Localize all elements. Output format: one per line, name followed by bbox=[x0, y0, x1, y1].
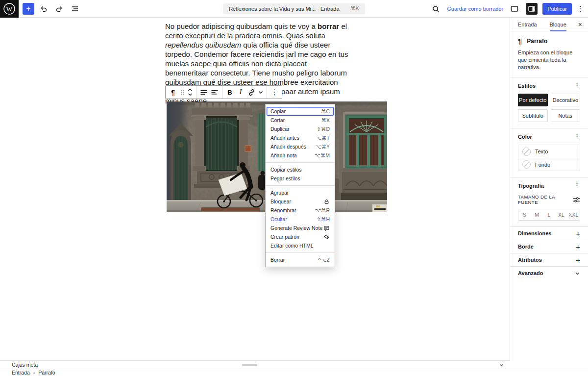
save-draft-button[interactable]: Guardar como borrador bbox=[447, 6, 503, 12]
kebab-icon: ⋮ bbox=[574, 133, 580, 140]
wordpress-logo-icon: W bbox=[3, 2, 16, 15]
menu-item-renombrar[interactable]: Renombrar ⌥⌘R bbox=[266, 206, 335, 215]
panel-avanzado[interactable]: Avanzado bbox=[510, 266, 588, 279]
menu-group-block-actions: Agrupar Bloquear Renombrar ⌥⌘R Ocultar bbox=[266, 185, 335, 252]
menu-item-label: Duplicar bbox=[270, 126, 290, 132]
menu-item-crear-patron[interactable]: Crear patrón bbox=[266, 232, 335, 241]
menu-item-cortar[interactable]: Cortar ⌘X bbox=[266, 116, 335, 125]
plus-icon: + bbox=[26, 5, 30, 13]
styles-panel-title: Estilos bbox=[518, 83, 536, 89]
drag-handle[interactable] bbox=[178, 86, 186, 99]
text-color-row[interactable]: Texto bbox=[518, 145, 580, 158]
chevron-down-icon[interactable] bbox=[499, 362, 504, 368]
menu-item-label: Copiar estilos bbox=[270, 167, 302, 173]
typography-options-button[interactable]: ⋮ bbox=[574, 182, 580, 189]
text-align-button[interactable] bbox=[209, 86, 220, 99]
block-inserter-button[interactable]: + bbox=[23, 3, 34, 15]
style-decorativo-button[interactable]: Decorativo bbox=[551, 94, 581, 106]
style-notas-button[interactable]: Notas bbox=[551, 109, 581, 122]
styles-options-button[interactable]: ⋮ bbox=[574, 82, 580, 89]
panel-atributos[interactable]: Atributos + bbox=[510, 253, 588, 266]
redo-button[interactable] bbox=[53, 2, 66, 15]
panel-borde[interactable]: Borde + bbox=[510, 240, 588, 253]
italic-icon: I bbox=[240, 88, 242, 96]
menu-item-label: Renombrar bbox=[270, 207, 296, 213]
style-por-defecto-button[interactable]: Por defecto bbox=[518, 94, 548, 106]
drag-dots-icon bbox=[180, 89, 185, 96]
note-icon bbox=[323, 225, 330, 231]
menu-item-shortcut: ⇧⌘D bbox=[317, 126, 330, 132]
breadcrumb-parrafo[interactable]: Párrafo bbox=[38, 370, 55, 376]
menu-item-agrupar[interactable]: Agrupar bbox=[266, 188, 335, 197]
font-size-label: TAMAÑO DE LA FUENTE bbox=[518, 194, 573, 205]
typography-panel: Tipografía ⋮ TAMAÑO DE LA FUENTE S M L X… bbox=[510, 177, 588, 226]
sidebar-tabs: Entrada Bloque × bbox=[510, 18, 588, 31]
styles-panel: Estilos ⋮ Por defecto Decorativo Subtítu… bbox=[510, 77, 588, 128]
menu-item-bloquear[interactable]: Bloquear bbox=[266, 197, 335, 206]
panel-dimensiones[interactable]: Dimensiones + bbox=[510, 226, 588, 240]
kebab-icon: ⋮ bbox=[574, 82, 580, 89]
undo-button[interactable] bbox=[37, 2, 50, 15]
bold-button[interactable]: B bbox=[224, 86, 235, 99]
font-size-xxl[interactable]: XXL bbox=[567, 209, 580, 220]
menu-item-anadir-nota[interactable]: Añadir nota ⌥⌘M bbox=[266, 151, 335, 160]
style-subtitulo-button[interactable]: Subtítulo bbox=[518, 109, 548, 122]
block-toolbar: ¶ bbox=[165, 85, 282, 99]
align-button[interactable] bbox=[198, 86, 209, 99]
move-up-down-icon bbox=[187, 88, 194, 97]
color-panel-title: Color bbox=[518, 134, 532, 140]
menu-item-anadir-antes[interactable]: Añadir antes ⌥⌘T bbox=[266, 133, 335, 142]
settings-sidebar-toggle[interactable] bbox=[526, 3, 538, 15]
more-formats-button[interactable] bbox=[257, 86, 265, 99]
breadcrumb-entrada[interactable]: Entrada bbox=[12, 370, 30, 376]
menu-item-duplicar[interactable]: Duplicar ⇧⌘D bbox=[266, 125, 335, 133]
search-button[interactable] bbox=[429, 2, 442, 15]
settings-sidebar: Entrada Bloque × ¶ Párrafo Empieza con e… bbox=[510, 18, 588, 369]
text-align-left-icon bbox=[211, 88, 219, 96]
custom-size-icon[interactable] bbox=[573, 197, 580, 203]
menu-item-ocultar[interactable]: Ocultar ⇧⌘H bbox=[266, 215, 335, 224]
close-sidebar-button[interactable]: × bbox=[578, 21, 582, 28]
menu-item-copiar[interactable]: Copiar ⌘C bbox=[267, 107, 334, 116]
italic-button[interactable]: I bbox=[235, 86, 246, 99]
background-color-label: Fondo bbox=[535, 162, 550, 168]
font-size-l[interactable]: L bbox=[543, 209, 555, 220]
font-size-xl[interactable]: XL bbox=[555, 209, 567, 220]
block-options-button[interactable]: ⋮ bbox=[269, 86, 280, 99]
no-color-swatch-icon bbox=[522, 160, 531, 169]
menu-item-editar-como-html[interactable]: Editar como HTML bbox=[266, 241, 335, 250]
block-mover[interactable] bbox=[186, 86, 194, 99]
wordpress-logo[interactable]: W bbox=[0, 0, 19, 18]
menu-item-pegar-estilos[interactable]: Pegar estilos bbox=[266, 174, 335, 183]
pattern-icon bbox=[323, 234, 330, 240]
tab-entrada[interactable]: Entrada bbox=[518, 18, 537, 31]
menu-item-generate-review-note[interactable]: Generate Review Note bbox=[266, 224, 335, 232]
link-button[interactable] bbox=[246, 86, 257, 99]
menu-group-clipboard: Copiar ⌘C Cortar ⌘X Duplicar ⇧⌘D Añadir … bbox=[266, 104, 335, 162]
font-size-s[interactable]: S bbox=[518, 209, 531, 220]
menu-item-copiar-estilos[interactable]: Copiar estilos bbox=[266, 165, 335, 174]
options-menu-icon[interactable]: ⋮ bbox=[577, 4, 584, 13]
link-icon bbox=[247, 88, 256, 97]
color-options-button[interactable]: ⋮ bbox=[574, 133, 580, 140]
block-type-button[interactable]: ¶ bbox=[168, 86, 178, 99]
menu-item-shortcut: ⌥⌘Y bbox=[315, 144, 330, 150]
close-icon: × bbox=[578, 21, 582, 28]
plus-icon: + bbox=[576, 229, 580, 238]
menu-item-label: Añadir después bbox=[270, 144, 306, 150]
menu-item-borrar[interactable]: Borrar ^⌥Z bbox=[266, 255, 335, 264]
menu-item-label: Copiar bbox=[270, 108, 286, 114]
command-palette[interactable]: Reflexiones sobre la Vida y sus Mi... · … bbox=[223, 3, 365, 14]
command-k-shortcut: ⌘K bbox=[350, 5, 359, 12]
horizontal-scrollbar[interactable] bbox=[242, 364, 257, 366]
kebab-icon: ⋮ bbox=[271, 88, 278, 97]
meta-boxes-bar[interactable]: Cajas meta bbox=[0, 360, 510, 369]
font-size-m[interactable]: M bbox=[531, 209, 543, 220]
document-overview-button[interactable] bbox=[69, 2, 81, 15]
menu-item-anadir-despues[interactable]: Añadir después ⌥⌘Y bbox=[266, 142, 335, 151]
paragraph-text: No puedor adipiscing quibusdam quis te v… bbox=[165, 22, 318, 30]
background-color-row[interactable]: Fondo bbox=[518, 158, 580, 171]
tab-bloque[interactable]: Bloque bbox=[550, 18, 566, 31]
publish-button[interactable]: Publicar bbox=[542, 3, 572, 15]
preview-button[interactable] bbox=[508, 2, 521, 15]
